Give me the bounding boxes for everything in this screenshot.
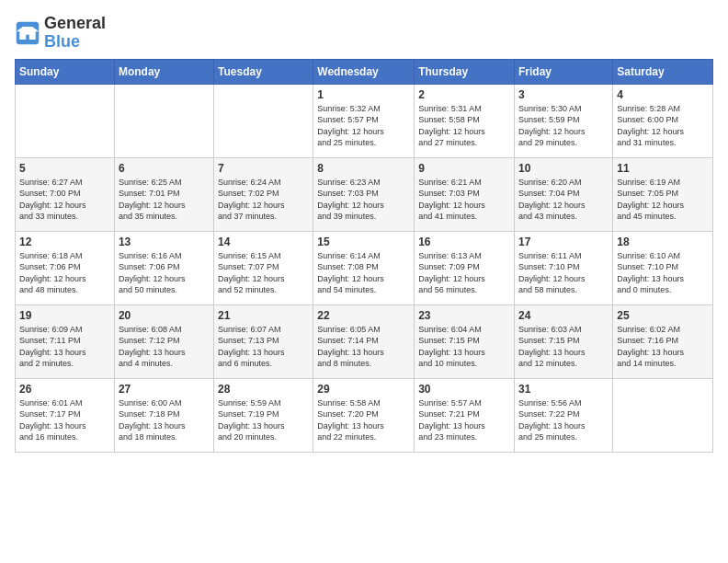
day-number: 22 — [317, 309, 410, 322]
logo: General Blue — [15, 15, 106, 52]
logo-text: General Blue — [44, 15, 106, 52]
calendar-cell: 31Sunrise: 5:56 AM Sunset: 7:22 PM Dayli… — [515, 378, 613, 452]
calendar-cell: 19Sunrise: 6:09 AM Sunset: 7:11 PM Dayli… — [16, 304, 115, 378]
day-info: Sunrise: 6:21 AM Sunset: 7:03 PM Dayligh… — [418, 177, 510, 223]
day-number: 29 — [317, 383, 410, 396]
calendar-week-row: 12Sunrise: 6:18 AM Sunset: 7:06 PM Dayli… — [16, 231, 713, 304]
calendar-cell: 27Sunrise: 6:00 AM Sunset: 7:18 PM Dayli… — [114, 378, 213, 452]
day-info: Sunrise: 6:20 AM Sunset: 7:04 PM Dayligh… — [518, 177, 609, 223]
day-number: 18 — [617, 236, 709, 248]
day-number: 11 — [617, 162, 709, 175]
calendar-cell: 14Sunrise: 6:15 AM Sunset: 7:07 PM Dayli… — [214, 231, 313, 304]
day-number: 30 — [418, 383, 510, 396]
day-number: 4 — [617, 88, 709, 101]
day-info: Sunrise: 6:00 AM Sunset: 7:18 PM Dayligh… — [119, 397, 210, 443]
calendar-cell: 23Sunrise: 6:04 AM Sunset: 7:15 PM Dayli… — [415, 304, 515, 378]
day-number: 15 — [317, 236, 410, 248]
day-number: 17 — [518, 236, 609, 248]
day-number: 10 — [518, 162, 609, 175]
day-number: 26 — [19, 383, 110, 396]
day-info: Sunrise: 5:31 AM Sunset: 5:58 PM Dayligh… — [418, 103, 510, 149]
day-number: 21 — [218, 309, 309, 322]
day-info: Sunrise: 5:58 AM Sunset: 7:20 PM Dayligh… — [317, 397, 410, 443]
calendar-cell: 6Sunrise: 6:25 AM Sunset: 7:01 PM Daylig… — [114, 157, 213, 231]
day-number: 2 — [418, 88, 510, 101]
day-info: Sunrise: 6:03 AM Sunset: 7:15 PM Dayligh… — [518, 324, 609, 370]
day-info: Sunrise: 5:56 AM Sunset: 7:22 PM Dayligh… — [518, 397, 609, 443]
calendar-cell: 20Sunrise: 6:08 AM Sunset: 7:12 PM Dayli… — [114, 304, 213, 378]
calendar-cell: 21Sunrise: 6:07 AM Sunset: 7:13 PM Dayli… — [214, 304, 313, 378]
day-info: Sunrise: 6:10 AM Sunset: 7:10 PM Dayligh… — [617, 250, 709, 296]
day-info: Sunrise: 6:08 AM Sunset: 7:12 PM Dayligh… — [119, 324, 210, 370]
calendar-body: 1Sunrise: 5:32 AM Sunset: 5:57 PM Daylig… — [16, 84, 713, 452]
calendar-cell: 24Sunrise: 6:03 AM Sunset: 7:15 PM Dayli… — [515, 304, 613, 378]
day-number: 31 — [518, 383, 609, 396]
calendar-table: SundayMondayTuesdayWednesdayThursdayFrid… — [15, 59, 713, 453]
calendar-cell: 5Sunrise: 6:27 AM Sunset: 7:00 PM Daylig… — [16, 157, 115, 231]
day-number: 6 — [119, 162, 210, 175]
calendar-cell: 11Sunrise: 6:19 AM Sunset: 7:05 PM Dayli… — [613, 157, 713, 231]
day-number: 19 — [19, 309, 110, 322]
calendar-cell: 2Sunrise: 5:31 AM Sunset: 5:58 PM Daylig… — [415, 84, 515, 157]
calendar-cell: 12Sunrise: 6:18 AM Sunset: 7:06 PM Dayli… — [16, 231, 115, 304]
day-info: Sunrise: 6:15 AM Sunset: 7:07 PM Dayligh… — [218, 250, 309, 296]
day-number: 14 — [218, 236, 309, 248]
logo-icon — [15, 20, 40, 46]
weekday-header-row: SundayMondayTuesdayWednesdayThursdayFrid… — [16, 59, 713, 84]
day-info: Sunrise: 5:57 AM Sunset: 7:21 PM Dayligh… — [418, 397, 510, 443]
calendar-header: SundayMondayTuesdayWednesdayThursdayFrid… — [16, 59, 713, 84]
day-info: Sunrise: 6:24 AM Sunset: 7:02 PM Dayligh… — [218, 177, 309, 223]
calendar-cell: 15Sunrise: 6:14 AM Sunset: 7:08 PM Dayli… — [313, 231, 415, 304]
day-info: Sunrise: 5:32 AM Sunset: 5:57 PM Dayligh… — [317, 103, 410, 149]
weekday-header-thursday: Thursday — [415, 59, 515, 84]
calendar-cell: 10Sunrise: 6:20 AM Sunset: 7:04 PM Dayli… — [515, 157, 613, 231]
day-info: Sunrise: 6:09 AM Sunset: 7:11 PM Dayligh… — [19, 324, 110, 370]
calendar-cell: 30Sunrise: 5:57 AM Sunset: 7:21 PM Dayli… — [415, 378, 515, 452]
calendar-cell — [16, 84, 115, 157]
day-info: Sunrise: 6:16 AM Sunset: 7:06 PM Dayligh… — [119, 250, 210, 296]
calendar-cell: 29Sunrise: 5:58 AM Sunset: 7:20 PM Dayli… — [313, 378, 415, 452]
calendar-cell: 9Sunrise: 6:21 AM Sunset: 7:03 PM Daylig… — [415, 157, 515, 231]
day-info: Sunrise: 6:23 AM Sunset: 7:03 PM Dayligh… — [317, 177, 410, 223]
calendar-cell — [114, 84, 213, 157]
day-number: 3 — [518, 88, 609, 101]
calendar-cell — [214, 84, 313, 157]
calendar-cell: 17Sunrise: 6:11 AM Sunset: 7:10 PM Dayli… — [515, 231, 613, 304]
weekday-header-monday: Monday — [114, 59, 213, 84]
day-info: Sunrise: 6:13 AM Sunset: 7:09 PM Dayligh… — [418, 250, 510, 296]
day-number: 20 — [119, 309, 210, 322]
weekday-header-wednesday: Wednesday — [313, 59, 415, 84]
day-info: Sunrise: 5:59 AM Sunset: 7:19 PM Dayligh… — [218, 397, 309, 443]
calendar-week-row: 1Sunrise: 5:32 AM Sunset: 5:57 PM Daylig… — [16, 84, 713, 157]
day-info: Sunrise: 6:11 AM Sunset: 7:10 PM Dayligh… — [518, 250, 609, 296]
day-number: 9 — [418, 162, 510, 175]
calendar-cell: 28Sunrise: 5:59 AM Sunset: 7:19 PM Dayli… — [214, 378, 313, 452]
day-info: Sunrise: 6:01 AM Sunset: 7:17 PM Dayligh… — [19, 397, 110, 443]
calendar-cell: 16Sunrise: 6:13 AM Sunset: 7:09 PM Dayli… — [415, 231, 515, 304]
day-number: 24 — [518, 309, 609, 322]
day-number: 28 — [218, 383, 309, 396]
day-info: Sunrise: 6:27 AM Sunset: 7:00 PM Dayligh… — [19, 177, 110, 223]
day-number: 7 — [218, 162, 309, 175]
weekday-header-sunday: Sunday — [16, 59, 115, 84]
day-info: Sunrise: 6:14 AM Sunset: 7:08 PM Dayligh… — [317, 250, 410, 296]
day-info: Sunrise: 6:05 AM Sunset: 7:14 PM Dayligh… — [317, 324, 410, 370]
day-number: 25 — [617, 309, 709, 322]
day-number: 16 — [418, 236, 510, 248]
weekday-header-saturday: Saturday — [613, 59, 713, 84]
calendar-cell: 3Sunrise: 5:30 AM Sunset: 5:59 PM Daylig… — [515, 84, 613, 157]
calendar-cell: 18Sunrise: 6:10 AM Sunset: 7:10 PM Dayli… — [613, 231, 713, 304]
day-number: 23 — [418, 309, 510, 322]
weekday-header-tuesday: Tuesday — [214, 59, 313, 84]
calendar-week-row: 19Sunrise: 6:09 AM Sunset: 7:11 PM Dayli… — [16, 304, 713, 378]
day-number: 12 — [19, 236, 110, 248]
day-info: Sunrise: 6:07 AM Sunset: 7:13 PM Dayligh… — [218, 324, 309, 370]
day-info: Sunrise: 6:04 AM Sunset: 7:15 PM Dayligh… — [418, 324, 510, 370]
calendar-cell — [613, 378, 713, 452]
calendar-cell: 26Sunrise: 6:01 AM Sunset: 7:17 PM Dayli… — [16, 378, 115, 452]
day-info: Sunrise: 6:18 AM Sunset: 7:06 PM Dayligh… — [19, 250, 110, 296]
calendar-week-row: 26Sunrise: 6:01 AM Sunset: 7:17 PM Dayli… — [16, 378, 713, 452]
day-number: 13 — [119, 236, 210, 248]
day-info: Sunrise: 6:19 AM Sunset: 7:05 PM Dayligh… — [617, 177, 709, 223]
page-header: General Blue — [15, 15, 713, 52]
